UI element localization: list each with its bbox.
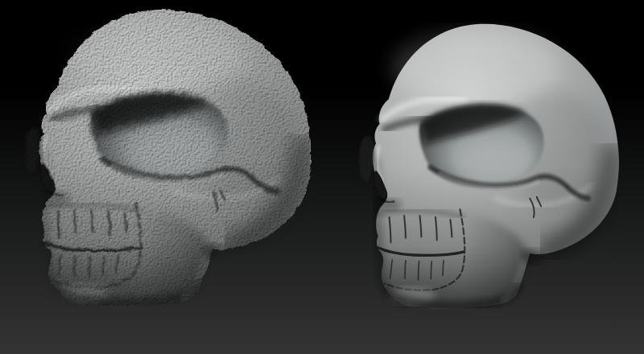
viewport-canvas[interactable]	[0, 0, 644, 354]
rough-skull-render	[10, 5, 314, 320]
smooth-skull-render	[346, 19, 621, 322]
